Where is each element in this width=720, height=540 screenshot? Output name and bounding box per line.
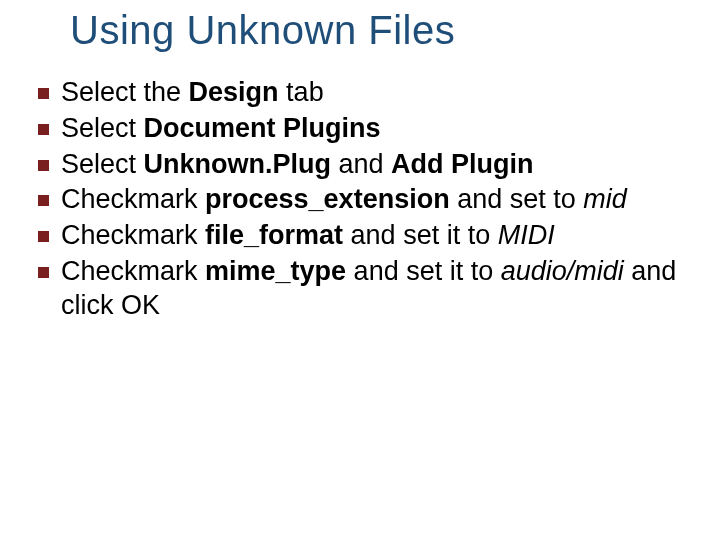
list-item-text: Select Unknown.Plug and Add Plugin (61, 148, 700, 182)
text-run-italic: audio/midi (501, 256, 624, 286)
text-run: Select (61, 113, 144, 143)
text-run-bold: Document Plugins (144, 113, 381, 143)
text-run: Select (61, 149, 144, 179)
square-bullet-icon (38, 88, 49, 99)
text-run: and set it to (343, 220, 498, 250)
list-item-text: Checkmark file_format and set it to MIDI (61, 219, 700, 253)
text-run-bold: process_extension (205, 184, 450, 214)
list-item: Checkmark process_extension and set to m… (38, 183, 700, 217)
text-run-italic: mid (583, 184, 627, 214)
square-bullet-icon (38, 160, 49, 171)
text-run: Select the (61, 77, 189, 107)
text-run: Checkmark (61, 256, 205, 286)
list-item: Checkmark file_format and set it to MIDI (38, 219, 700, 253)
slide-title: Using Unknown Files (70, 8, 455, 53)
text-run-bold: file_format (205, 220, 343, 250)
list-item-text: Checkmark process_extension and set to m… (61, 183, 700, 217)
text-run: tab (279, 77, 324, 107)
list-item: Select Unknown.Plug and Add Plugin (38, 148, 700, 182)
list-item: Select the Design tab (38, 76, 700, 110)
slide: Using Unknown Files Select the Design ta… (0, 0, 720, 540)
square-bullet-icon (38, 231, 49, 242)
text-run: Checkmark (61, 184, 205, 214)
text-run-italic: MIDI (498, 220, 555, 250)
text-run: and set it to (346, 256, 501, 286)
text-run-bold: Unknown.Plug (144, 149, 331, 179)
text-run: Checkmark (61, 220, 205, 250)
text-run-bold: mime_type (205, 256, 346, 286)
slide-body: Select the Design tab Select Document Pl… (38, 76, 700, 324)
list-item-text: Select the Design tab (61, 76, 700, 110)
list-item-text: Select Document Plugins (61, 112, 700, 146)
text-run-bold: Add Plugin (391, 149, 533, 179)
text-run: and set to (450, 184, 584, 214)
list-item-text: Checkmark mime_type and set it to audio/… (61, 255, 700, 323)
text-run: and (331, 149, 391, 179)
square-bullet-icon (38, 267, 49, 278)
square-bullet-icon (38, 195, 49, 206)
list-item: Select Document Plugins (38, 112, 700, 146)
list-item: Checkmark mime_type and set it to audio/… (38, 255, 700, 323)
square-bullet-icon (38, 124, 49, 135)
text-run-bold: Design (189, 77, 279, 107)
